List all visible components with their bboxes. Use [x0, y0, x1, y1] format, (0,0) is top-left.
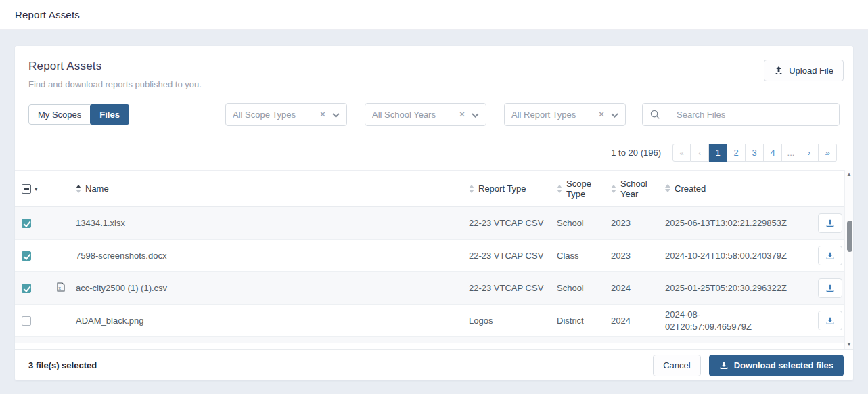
pagination-summary: 1 to 20 (196) — [611, 148, 661, 158]
csv-file-icon: x — [57, 282, 65, 294]
pager: « ‹ 1 2 3 4 ... › » — [672, 144, 837, 162]
selected-count: 3 file(s) selected — [28, 360, 97, 370]
download-file-button[interactable] — [818, 246, 842, 265]
table-body: 13434.1.xlsx 22-23 VTCAP CSV School 2023… — [15, 207, 853, 343]
sort-icon — [665, 184, 670, 192]
sort-icon — [76, 185, 81, 193]
upload-file-button[interactable]: Upload File — [764, 60, 844, 81]
chevron-down-icon — [332, 110, 340, 120]
tab-files[interactable]: Files — [90, 104, 129, 125]
select-menu-caret-icon[interactable]: ▾ — [35, 185, 38, 192]
page-4-button[interactable]: 4 — [764, 144, 782, 162]
report-types-dropdown[interactable]: All Report Types ✕ — [504, 103, 626, 126]
scroll-up-icon[interactable]: ▲ — [846, 172, 852, 177]
vertical-scrollbar[interactable]: ▲ ▼ — [844, 170, 853, 349]
page-prev-button[interactable]: ‹ — [691, 144, 709, 162]
pagination-row: 1 to 20 (196) « ‹ 1 2 3 4 ... › » — [15, 138, 853, 170]
page-ellipsis: ... — [782, 144, 800, 162]
partial-next-row — [15, 337, 853, 343]
sort-icon — [557, 185, 562, 193]
column-header-name[interactable]: Name — [76, 183, 469, 194]
top-bar: Report Assets — [0, 0, 868, 30]
chevron-down-icon — [611, 110, 618, 120]
file-name: ADAM_black.png — [76, 315, 469, 326]
scope-types-dropdown[interactable]: All Scope Types ✕ — [225, 103, 347, 126]
download-file-button[interactable] — [818, 278, 842, 298]
select-all-checkbox[interactable] — [22, 184, 31, 194]
files-table: ▾ Name Report Type Scope Type School Yea… — [15, 170, 853, 349]
card-title: Report Assets — [28, 60, 202, 73]
sort-icon — [611, 185, 616, 193]
table-row[interactable]: x acc-city2500 (1) (1).csv 22-23 VTCAP C… — [15, 272, 853, 305]
column-header-report-type[interactable]: Report Type — [469, 183, 557, 194]
filter-bar: My Scopes Files All Scope Types ✕ All Sc… — [15, 99, 853, 138]
file-name: acc-city2500 (1) (1).csv — [76, 283, 469, 293]
search-input[interactable] — [668, 104, 839, 125]
scrollbar-thumb[interactable] — [847, 221, 852, 252]
svg-text:x: x — [59, 286, 62, 290]
column-header-created[interactable]: Created — [665, 183, 800, 195]
scroll-down-icon[interactable]: ▼ — [846, 342, 852, 347]
page-title: Report Assets — [15, 9, 80, 20]
search-icon — [643, 104, 668, 125]
table-row[interactable]: 7598-screenshots.docx 22-23 VTCAP CSV Cl… — [15, 240, 853, 272]
upload-icon — [774, 66, 783, 75]
search-box — [642, 103, 840, 126]
chevron-down-icon — [472, 110, 479, 120]
download-icon — [719, 361, 729, 370]
card-header: Report Assets Find and download reports … — [15, 46, 853, 99]
row-checkbox[interactable] — [22, 219, 31, 228]
clear-icon[interactable]: ✕ — [598, 110, 605, 119]
download-selected-button[interactable]: Download selected files — [709, 355, 844, 376]
page-3-button[interactable]: 3 — [746, 144, 764, 162]
school-years-dropdown[interactable]: All School Years ✕ — [365, 103, 486, 126]
download-file-button[interactable] — [818, 311, 842, 330]
file-name: 7598-screenshots.docx — [76, 250, 469, 261]
table-header-row: ▾ Name Report Type Scope Type School Yea… — [15, 170, 853, 207]
tab-my-scopes[interactable]: My Scopes — [28, 104, 91, 125]
clear-icon[interactable]: ✕ — [319, 110, 326, 119]
page-last-button[interactable]: » — [819, 144, 837, 162]
clear-icon[interactable]: ✕ — [459, 110, 465, 119]
card-subtitle: Find and download reports published to y… — [28, 79, 202, 89]
report-assets-card: Report Assets Find and download reports … — [15, 46, 853, 380]
page-first-button[interactable]: « — [672, 144, 691, 162]
file-name: 13434.1.xlsx — [76, 218, 469, 228]
page-2-button[interactable]: 2 — [727, 144, 746, 162]
table-row[interactable]: 13434.1.xlsx 22-23 VTCAP CSV School 2023… — [15, 207, 853, 240]
view-toggle: My Scopes Files — [28, 104, 129, 125]
column-header-school-year[interactable]: School Year — [611, 179, 665, 199]
cancel-button[interactable]: Cancel — [653, 355, 700, 376]
row-checkbox[interactable] — [22, 284, 31, 293]
page-next-button[interactable]: › — [800, 144, 819, 162]
selection-footer: 3 file(s) selected Cancel Download selec… — [15, 349, 853, 380]
sort-icon — [469, 185, 474, 193]
download-file-button[interactable] — [818, 213, 842, 233]
page-1-button[interactable]: 1 — [709, 144, 727, 162]
row-checkbox[interactable] — [22, 316, 31, 326]
row-checkbox[interactable] — [22, 251, 31, 261]
column-header-scope-type[interactable]: Scope Type — [557, 179, 611, 199]
table-row[interactable]: ADAM_black.png Logos District 2024 2024-… — [15, 305, 853, 337]
